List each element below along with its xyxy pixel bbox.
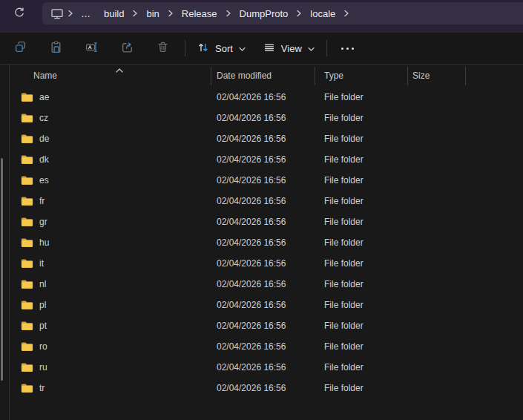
folder-icon xyxy=(21,321,33,331)
table-row[interactable]: gr 02/04/2026 16:56 File folder xyxy=(10,211,523,232)
file-date-modified: 02/04/2026 16:56 xyxy=(211,154,315,165)
column-header-row: Name Date modified Type Size xyxy=(10,65,523,87)
column-header-type[interactable]: Type xyxy=(315,67,408,85)
file-type: File folder xyxy=(315,300,408,310)
this-pc-icon xyxy=(48,4,66,22)
column-label: Size xyxy=(412,70,430,81)
toolbar-divider xyxy=(326,40,327,56)
breadcrumb-item[interactable]: locale xyxy=(303,4,342,22)
file-date-modified: 02/04/2026 16:56 xyxy=(211,258,315,269)
folder-icon xyxy=(21,362,33,373)
table-row[interactable]: hu 02/04/2026 16:56 File folder xyxy=(10,232,523,253)
toolbar-divider xyxy=(185,40,185,56)
refresh-icon xyxy=(13,7,25,21)
file-name: es xyxy=(39,175,49,186)
file-date-modified: 02/04/2026 16:56 xyxy=(211,362,315,373)
file-name: fr xyxy=(39,196,45,206)
table-row[interactable]: tr 02/04/2026 16:56 File folder xyxy=(10,378,523,398)
chevron-right-icon xyxy=(295,10,303,17)
sort-ascending-icon xyxy=(116,65,123,75)
table-row[interactable]: pl 02/04/2026 16:56 File folder xyxy=(10,295,523,315)
file-name: nl xyxy=(39,279,46,289)
address-field[interactable]: … build bin Release DumpProto locale xyxy=(42,2,523,24)
table-row[interactable]: pt 02/04/2026 16:56 File folder xyxy=(10,315,523,336)
folder-icon xyxy=(21,217,33,227)
view-button[interactable]: View xyxy=(256,36,322,61)
table-row[interactable]: de 02/04/2026 16:56 File folder xyxy=(10,128,523,149)
view-label: View xyxy=(281,43,302,54)
share-button[interactable] xyxy=(112,36,142,61)
table-row[interactable]: cz 02/04/2026 16:56 File folder xyxy=(10,108,523,128)
column-header-date-modified[interactable]: Date modified xyxy=(211,67,315,85)
file-name: ru xyxy=(39,362,47,373)
delete-icon xyxy=(157,41,169,56)
breadcrumb-overflow[interactable]: … xyxy=(75,4,97,22)
table-row[interactable]: ru 02/04/2026 16:56 File folder xyxy=(10,357,523,378)
file-type: File folder xyxy=(315,237,408,248)
delete-button[interactable] xyxy=(148,36,177,61)
sort-button[interactable]: Sort xyxy=(190,36,253,61)
address-bar: … build bin Release DumpProto locale xyxy=(0,0,523,33)
column-label: Type xyxy=(324,70,343,81)
paste-button[interactable] xyxy=(41,36,70,61)
share-icon xyxy=(121,41,134,56)
file-name: de xyxy=(39,134,49,144)
chevron-right-icon xyxy=(131,10,139,17)
file-date-modified: 02/04/2026 16:56 xyxy=(211,300,315,310)
column-header-name[interactable]: Name xyxy=(10,67,211,85)
file-type: File folder xyxy=(315,196,408,206)
table-row[interactable]: it 02/04/2026 16:56 File folder xyxy=(10,253,523,274)
folder-icon xyxy=(21,279,33,289)
table-row[interactable]: ro 02/04/2026 16:56 File folder xyxy=(10,336,523,357)
breadcrumb: build bin Release DumpProto locale xyxy=(97,4,351,22)
file-type: File folder xyxy=(315,341,408,352)
file-name: it xyxy=(39,258,44,269)
view-icon xyxy=(263,42,275,56)
file-date-modified: 02/04/2026 16:56 xyxy=(211,237,315,248)
rename-button[interactable] xyxy=(76,36,106,61)
table-row[interactable]: ae 02/04/2026 16:56 File folder xyxy=(10,87,523,108)
folder-icon xyxy=(21,383,33,393)
file-date-modified: 02/04/2026 16:56 xyxy=(211,134,315,144)
file-type: File folder xyxy=(315,92,408,102)
breadcrumb-item[interactable]: bin xyxy=(139,4,165,22)
table-row[interactable]: fr 02/04/2026 16:56 File folder xyxy=(10,191,523,211)
file-name: gr xyxy=(39,217,47,227)
file-list-pane: Name Date modified Type Size ae 02/04/20… xyxy=(0,65,523,420)
chevron-right-icon xyxy=(167,10,174,17)
file-type: File folder xyxy=(315,217,408,227)
file-type: File folder xyxy=(315,113,408,123)
sort-label: Sort xyxy=(215,43,233,54)
chevron-right-icon xyxy=(225,10,232,17)
refresh-button[interactable] xyxy=(9,4,30,23)
folder-icon xyxy=(21,196,33,206)
folder-icon xyxy=(21,92,33,102)
chevron-right-icon xyxy=(67,10,74,17)
column-label: Date modified xyxy=(217,70,272,81)
file-date-modified: 02/04/2026 16:56 xyxy=(211,113,315,123)
file-type: File folder xyxy=(315,175,408,186)
file-rows: ae 02/04/2026 16:56 File folder cz 02/04… xyxy=(10,87,523,398)
chevron-down-icon xyxy=(308,43,315,54)
folder-icon xyxy=(21,237,33,248)
file-name: cz xyxy=(39,113,48,123)
copy-button[interactable] xyxy=(5,36,35,61)
chevron-right-icon xyxy=(343,10,350,17)
file-date-modified: 02/04/2026 16:56 xyxy=(211,92,315,102)
file-type: File folder xyxy=(315,362,408,373)
scrollbar-thumb[interactable] xyxy=(1,158,3,381)
table-row[interactable]: nl 02/04/2026 16:56 File folder xyxy=(10,274,523,295)
column-header-size[interactable]: Size xyxy=(408,67,466,85)
breadcrumb-item[interactable]: build xyxy=(97,4,131,22)
table-row[interactable]: es 02/04/2026 16:56 File folder xyxy=(10,170,523,191)
file-name: ae xyxy=(39,92,49,102)
breadcrumb-item[interactable]: Release xyxy=(175,4,224,22)
folder-icon xyxy=(21,300,33,310)
see-more-button[interactable] xyxy=(333,36,363,61)
file-date-modified: 02/04/2026 16:56 xyxy=(211,279,315,289)
folder-icon xyxy=(21,113,33,123)
folder-icon xyxy=(21,154,33,165)
breadcrumb-item[interactable]: DumpProto xyxy=(233,4,295,22)
folder-icon xyxy=(21,175,33,186)
table-row[interactable]: dk 02/04/2026 16:56 File folder xyxy=(10,149,523,170)
